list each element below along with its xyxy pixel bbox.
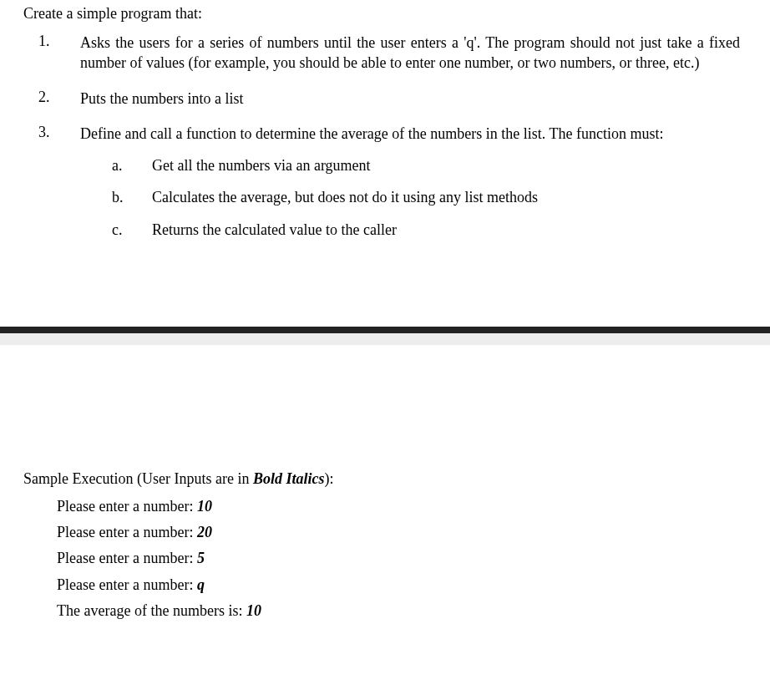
- exec-input: q: [197, 576, 205, 593]
- list-marker: 3.: [23, 124, 80, 251]
- exec-line: Please enter a number: 20: [57, 522, 747, 543]
- list-marker: 2.: [23, 89, 80, 109]
- exec-prompt: Please enter a number:: [57, 550, 197, 566]
- list-item: 2. Puts the numbers into a list: [23, 89, 747, 109]
- intro-text: Create a simple program that:: [23, 5, 747, 23]
- list-marker: 1.: [23, 33, 80, 74]
- sub-list-text: Returns the calculated value to the call…: [152, 220, 397, 240]
- list-text: Define and call a function to determine …: [80, 124, 747, 251]
- exec-line: Please enter a number: q: [57, 575, 747, 596]
- list-text: Puts the numbers into a list: [80, 89, 747, 109]
- exec-input: 10: [197, 498, 212, 515]
- exec-input: 20: [197, 524, 212, 540]
- sub-list-marker: c.: [80, 220, 152, 240]
- page-divider: [0, 327, 770, 345]
- sample-execution-title: Sample Execution (User Inputs are in Bol…: [23, 470, 747, 488]
- exec-prompt: Please enter a number:: [57, 524, 197, 540]
- execution-block: Please enter a number: 10 Please enter a…: [23, 496, 747, 621]
- sub-list-item: a. Get all the numbers via an argument: [80, 155, 740, 175]
- sub-list-item: c. Returns the calculated value to the c…: [80, 220, 740, 240]
- exec-line: The average of the numbers is: 10: [57, 601, 747, 621]
- sub-list: a. Get all the numbers via an argument b…: [80, 155, 740, 240]
- divider-light-bar: [0, 333, 770, 345]
- exec-prompt: Please enter a number:: [57, 576, 197, 593]
- list-text: Asks the users for a series of numbers u…: [80, 33, 747, 74]
- list-text-inner: Define and call a function to determine …: [80, 125, 663, 142]
- sample-execution-section: Sample Execution (User Inputs are in Bol…: [0, 345, 770, 643]
- sample-title-suffix: ):: [324, 470, 333, 487]
- sub-list-marker: a.: [80, 155, 152, 175]
- sub-list-item: b. Calculates the average, but does not …: [80, 187, 740, 207]
- exec-line: Please enter a number: 10: [57, 496, 747, 517]
- exec-prompt: Please enter a number:: [57, 498, 197, 515]
- sub-list-text: Get all the numbers via an argument: [152, 155, 371, 175]
- sample-title-prefix: Sample Execution (User Inputs are in: [23, 470, 253, 487]
- divider-dark-bar: [0, 327, 770, 333]
- exec-line: Please enter a number: 5: [57, 548, 747, 569]
- sample-title-bold: Bold Italics: [253, 470, 325, 487]
- sub-list-text: Calculates the average, but does not do …: [152, 187, 538, 207]
- main-list: 1. Asks the users for a series of number…: [23, 33, 747, 251]
- exec-input: 5: [197, 550, 205, 566]
- list-item: 1. Asks the users for a series of number…: [23, 33, 747, 74]
- exec-prompt: The average of the numbers is:: [57, 602, 246, 619]
- sub-list-marker: b.: [80, 187, 152, 207]
- exec-input: 10: [246, 602, 261, 619]
- assignment-top-section: Create a simple program that: 1. Asks th…: [0, 5, 770, 251]
- list-item: 3. Define and call a function to determi…: [23, 124, 747, 251]
